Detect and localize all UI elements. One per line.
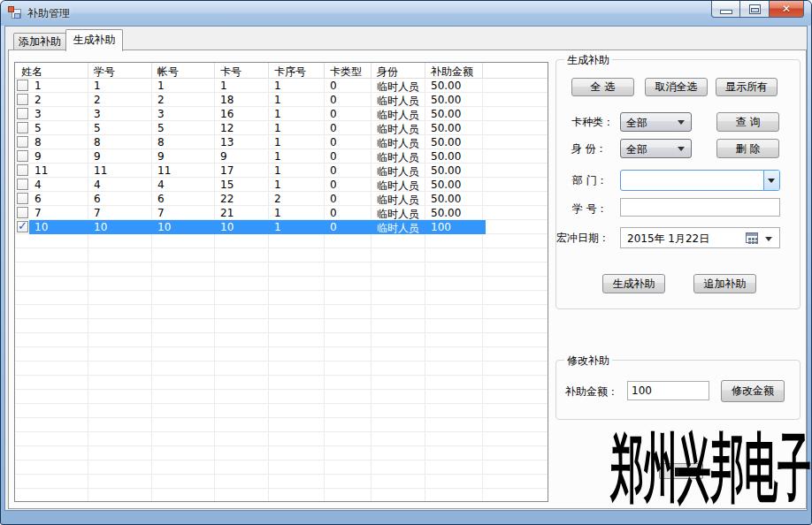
table-cell: 17 [220,164,234,177]
table-row[interactable]: 4441510临时人员50.00 [15,178,548,192]
row-checkbox[interactable] [17,122,28,133]
column-header[interactable]: 卡类型 [330,65,362,80]
table-cell: 临时人员 [377,150,419,165]
table-cell: 临时人员 [377,80,419,95]
column-header[interactable]: 姓名 [21,65,42,80]
column-separator [214,63,215,79]
tab-add-subsidy[interactable]: 添加补助 [13,33,66,50]
table-cell: 1 [274,164,281,177]
table-cell: 12 [220,122,234,134]
table-row[interactable]: 3331610临时人员50.00 [15,107,548,121]
row-checkbox[interactable] [17,164,28,176]
query-button[interactable]: 查 询 [716,112,779,132]
table-cell: 3 [34,108,42,120]
table-cell: 6 [94,193,101,205]
tab-generate-subsidy[interactable]: 生成补助 [65,29,123,51]
maximize-icon [750,5,760,13]
client-area: 添加补助 生成补助 姓名学号帐号卡号卡序号卡类型身份补助金额 111110临时人… [4,26,808,511]
modify-amount-label: 补助金额： [565,384,618,399]
table-cell: 1 [274,150,281,163]
table-cell: 16 [220,108,234,120]
identity-select[interactable]: 全部 [620,139,692,158]
table-cell: 9 [157,150,165,163]
modify-amount-button[interactable]: 修改金额 [721,380,785,402]
department-select[interactable] [620,170,780,191]
table-row[interactable]: 2221810临时人员50.00 [15,93,548,107]
recharge-date-picker[interactable]: 2015年 1月22日 [620,227,780,248]
table-cell: 0 [330,136,337,148]
table-cell: 2 [274,193,281,205]
subsidy-table[interactable]: 姓名学号帐号卡号卡序号卡类型身份补助金额 111110临时人员50.002221… [14,62,548,502]
delete-button[interactable]: 删 除 [716,139,779,158]
table-row[interactable]: 5551210临时人员50.00 [15,121,548,135]
row-checkbox[interactable] [17,207,28,218]
table-cell: 2 [34,94,42,106]
table-cell: 50.00 [431,179,461,191]
column-header[interactable]: 补助金额 [431,65,473,80]
table-row[interactable]: 1010101010临时人员100 [15,220,548,234]
table-row[interactable]: 7772110临时人员50.00 [15,206,548,220]
table-cell: 1 [157,80,165,92]
table-cell: 0 [330,193,337,205]
row-checkbox[interactable] [17,94,28,105]
table-cell: 50.00 [431,108,461,120]
card-type-value: 全部 [626,116,647,131]
table-row[interactable]: 8881310临时人员50.00 [15,135,548,149]
row-checkbox[interactable] [17,179,28,190]
row-checkbox[interactable] [17,193,28,204]
table-cell: 10 [94,221,107,233]
row-checkbox-checked[interactable] [17,221,28,232]
department-dropdown-button[interactable] [763,171,779,190]
close-button[interactable]: ✕ [770,1,804,18]
minimize-button[interactable] [711,1,740,18]
title-bar[interactable]: 补助管理 ✕ [1,1,811,26]
card-type-select[interactable]: 全部 [620,112,692,132]
table-cell: 临时人员 [377,193,419,208]
student-no-input[interactable] [620,198,780,217]
row-checkbox[interactable] [17,108,28,119]
table-cell: 11 [34,164,48,177]
row-checkbox[interactable] [17,136,28,148]
table-cell: 1 [274,122,281,134]
table-row[interactable]: 1111111710临时人员50.00 [15,164,548,178]
calendar-icon [746,232,758,243]
table-row[interactable]: 111110临时人员50.00 [15,79,548,93]
column-header[interactable]: 身份 [377,65,398,80]
table-cell: 1 [34,80,42,92]
table-cell: 100 [431,221,451,233]
generate-subsidy-button[interactable]: 生成补助 [602,274,665,293]
table-cell: 4 [94,179,101,191]
table-cell: 6 [157,193,165,205]
table-row[interactable]: 999910临时人员50.00 [15,149,548,164]
row-checkbox[interactable] [17,80,28,91]
column-header[interactable]: 帐号 [157,65,179,80]
modify-amount-input[interactable] [627,381,709,400]
table-cell: 0 [330,207,337,219]
table-cell: 50.00 [431,164,461,177]
table-cell: 3 [94,108,101,120]
table-cell: 13 [220,136,234,148]
show-all-button[interactable]: 显示所有 [716,78,778,96]
select-all-button[interactable]: 全 选 [571,78,634,96]
tab-page-generate: 姓名学号帐号卡号卡序号卡类型身份补助金额 111110临时人员50.002221… [8,49,807,509]
column-separator [88,63,88,79]
app-window: 补助管理 ✕ 添加补助 生成补助 姓名学号帐号卡号卡序号卡类型身份补助金额 11… [0,0,812,525]
obscured-control [659,463,703,479]
table-cell: 9 [220,150,227,163]
column-header[interactable]: 卡号 [220,65,241,80]
table-cell: 0 [330,150,337,163]
table-cell: 9 [94,150,101,163]
table-cell: 0 [330,80,337,92]
table-row[interactable]: 6662220临时人员50.00 [15,192,548,206]
table-cell: 1 [94,80,101,92]
table-cell: 50.00 [431,122,461,134]
table-cell: 50.00 [431,94,461,106]
row-checkbox[interactable] [17,150,28,162]
column-header[interactable]: 学号 [94,65,115,80]
maximize-button[interactable] [740,1,770,18]
column-header[interactable]: 卡序号 [274,65,306,80]
identity-value: 全部 [626,142,647,157]
table-cell: 4 [34,179,42,191]
append-subsidy-button[interactable]: 追加补助 [693,274,756,293]
deselect-all-button[interactable]: 取消全选 [645,78,708,96]
